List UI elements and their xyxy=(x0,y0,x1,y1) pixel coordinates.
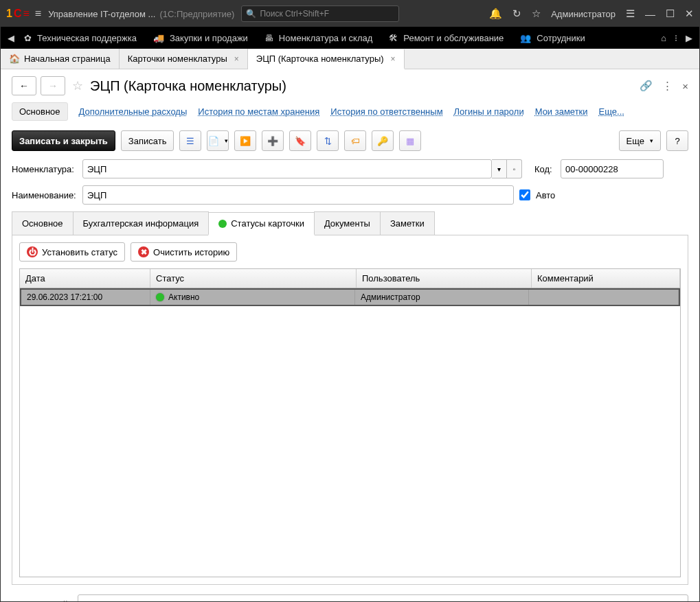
col-user[interactable]: Пользователь xyxy=(357,269,532,288)
link-location-history[interactable]: История по местам хранения xyxy=(198,106,319,117)
tab-body: ⏻ Установить статус ✖ Очистить историю Д… xyxy=(12,235,688,585)
status-grid: Дата Статус Пользователь Комментарий 29.… xyxy=(19,268,681,577)
row-nomenclature: Номенклатура: ▾ ▫ Код: xyxy=(12,159,688,178)
menu-repair[interactable]: 🛠Ремонт и обслуживание xyxy=(381,27,512,49)
name-label: Наименование: xyxy=(12,190,77,200)
nav-forward-button: → xyxy=(41,76,65,95)
more-button[interactable]: Еще xyxy=(619,130,661,151)
subtab-documents[interactable]: Документы xyxy=(314,211,381,235)
kebab-icon[interactable]: ⋮ xyxy=(662,80,673,92)
clear-history-button[interactable]: ✖ Очистить историю xyxy=(131,242,237,262)
save-close-button[interactable]: Записать и закрыть xyxy=(12,130,115,151)
link-notes[interactable]: Мои заметки xyxy=(535,106,588,117)
subtab-accounting[interactable]: Бухгалтерская информация xyxy=(73,211,210,235)
close-page-icon[interactable]: × xyxy=(682,80,688,92)
set-status-button[interactable]: ⏻ Установить статус xyxy=(19,242,125,262)
doc-plus-icon: 📄 xyxy=(208,136,219,146)
auto-checkbox[interactable] xyxy=(519,189,530,200)
sort-icon: ⇅ xyxy=(324,136,332,146)
maximize-icon[interactable]: ☐ xyxy=(666,8,675,20)
tool6-button[interactable]: 🔑 xyxy=(372,130,394,151)
subtab-notes[interactable]: Заметки xyxy=(380,211,435,235)
add-icon: ➕ xyxy=(267,136,278,146)
sub-tabs: Основное Бухгалтерская информация Статус… xyxy=(12,211,688,235)
nomenclature-label: Номенклатура: xyxy=(12,164,77,174)
tag-icon: 🏷 xyxy=(351,136,360,146)
cell-user: Администратор xyxy=(355,290,529,305)
comment-label: Комментарий: xyxy=(12,599,71,603)
link-responsible-history[interactable]: История по ответственным xyxy=(330,106,442,117)
key-icon: 🔑 xyxy=(377,136,388,146)
hamburger-icon[interactable]: ≡ xyxy=(35,8,41,20)
tool4-button[interactable]: ⇅ xyxy=(317,130,339,151)
global-search-input[interactable]: 🔍 Поиск Ctrl+Shift+F xyxy=(241,5,399,22)
nav-tab-cards[interactable]: Карточки номенклатуры × xyxy=(120,49,248,69)
link-expenses[interactable]: Дополнительные расходы xyxy=(79,106,188,117)
close-tab-icon[interactable]: × xyxy=(234,54,239,64)
save-button[interactable]: Записать xyxy=(121,130,174,151)
subtab-statuses[interactable]: Статусы карточки xyxy=(208,212,315,235)
cell-status: Активно xyxy=(150,290,355,305)
menu-tech-support[interactable]: ✿Техническая поддержка xyxy=(16,27,145,49)
close-tab-icon[interactable]: × xyxy=(391,54,396,64)
page-header: ← → ☆ ЭЦП (Карточка номенклатуры) 🔗 ⋮ × xyxy=(12,76,688,95)
report-button[interactable]: ☰ xyxy=(179,130,201,151)
tool1-button[interactable]: ▶️ xyxy=(234,130,256,151)
link-more[interactable]: Еще... xyxy=(599,106,624,117)
link-logins[interactable]: Логины и пароли xyxy=(454,106,524,117)
wrench-icon: 🛠 xyxy=(389,33,398,43)
col-status[interactable]: Статус xyxy=(150,269,357,288)
dots-icon[interactable]: ⁝ xyxy=(675,33,677,43)
search-icon: 🔍 xyxy=(246,9,256,19)
code-input[interactable] xyxy=(561,159,664,178)
toolbar: Записать и закрыть Записать ☰ 📄 ▶️ ➕ 🔖 ⇅… xyxy=(12,130,688,151)
open-ref-icon[interactable]: ▫ xyxy=(507,159,522,178)
nav-back-icon[interactable]: ◀ xyxy=(8,33,14,43)
nav-tab-home[interactable]: 🏠 Начальная страница xyxy=(1,49,120,69)
row-name: Наименование: Авто xyxy=(12,185,688,205)
search-placeholder: Поиск Ctrl+Shift+F xyxy=(260,9,329,19)
history-icon[interactable]: ↻ xyxy=(512,8,521,20)
menu-staff[interactable]: 👥Сотрудники xyxy=(512,27,593,49)
nav-forward-icon[interactable]: ▶ xyxy=(686,33,692,43)
menu-purchases[interactable]: 🚚Закупки и продажи xyxy=(145,27,256,49)
tool3-button[interactable]: 🔖 xyxy=(289,130,311,151)
truck-icon: 🚚 xyxy=(153,33,164,43)
subtab-main[interactable]: Основное xyxy=(12,211,74,235)
tool2-button[interactable]: ➕ xyxy=(262,130,284,151)
grid-body[interactable]: 29.06.2023 17:21:00 Активно Администрато… xyxy=(20,288,680,577)
tool5-button[interactable]: 🏷 xyxy=(344,130,366,151)
minimize-icon[interactable]: — xyxy=(645,8,655,20)
cell-comment xyxy=(529,290,679,305)
col-comment[interactable]: Комментарий xyxy=(532,269,680,288)
name-input[interactable] xyxy=(82,185,514,205)
grid-header: Дата Статус Пользователь Комментарий xyxy=(20,269,680,288)
col-date[interactable]: Дата xyxy=(20,269,150,288)
list-icon: ☰ xyxy=(186,136,194,146)
user-name[interactable]: Администратор xyxy=(551,9,616,19)
grid-icon: ▦ xyxy=(406,136,414,146)
power-icon: ⏻ xyxy=(27,246,38,257)
nav-back-button[interactable]: ← xyxy=(12,76,36,95)
comment-input[interactable] xyxy=(78,594,689,602)
tool7-button[interactable]: ▦ xyxy=(399,130,421,151)
app-title: Управление IT-отделом ... xyxy=(48,9,155,19)
menu-nomenclature[interactable]: 🖶Номенклатура и склад xyxy=(256,27,381,49)
favorite-star-icon[interactable]: ☆ xyxy=(72,78,83,93)
star-icon[interactable]: ☆ xyxy=(532,8,541,20)
create-based-button[interactable]: 📄 xyxy=(207,130,229,151)
clear-icon: ✖ xyxy=(138,246,149,257)
print-icon: 🖶 xyxy=(264,33,273,43)
nav-tab-ecp[interactable]: ЭЦП (Карточка номенклатуры) × xyxy=(248,49,405,69)
dropdown-icon[interactable]: ▾ xyxy=(492,159,507,178)
home-icon[interactable]: ⌂ xyxy=(661,33,666,43)
app-logo-icon: 1С≡ xyxy=(6,8,30,20)
close-icon[interactable]: ✕ xyxy=(685,8,694,20)
grid-row[interactable]: 29.06.2023 17:21:00 Активно Администрато… xyxy=(20,288,680,306)
section-main[interactable]: Основное xyxy=(12,102,68,121)
bell-icon[interactable]: 🔔 xyxy=(489,8,502,20)
link-icon[interactable]: 🔗 xyxy=(640,80,653,92)
help-button[interactable]: ? xyxy=(666,130,688,151)
nomenclature-input[interactable] xyxy=(82,159,492,178)
user-menu-icon[interactable]: ☰ xyxy=(626,8,635,20)
